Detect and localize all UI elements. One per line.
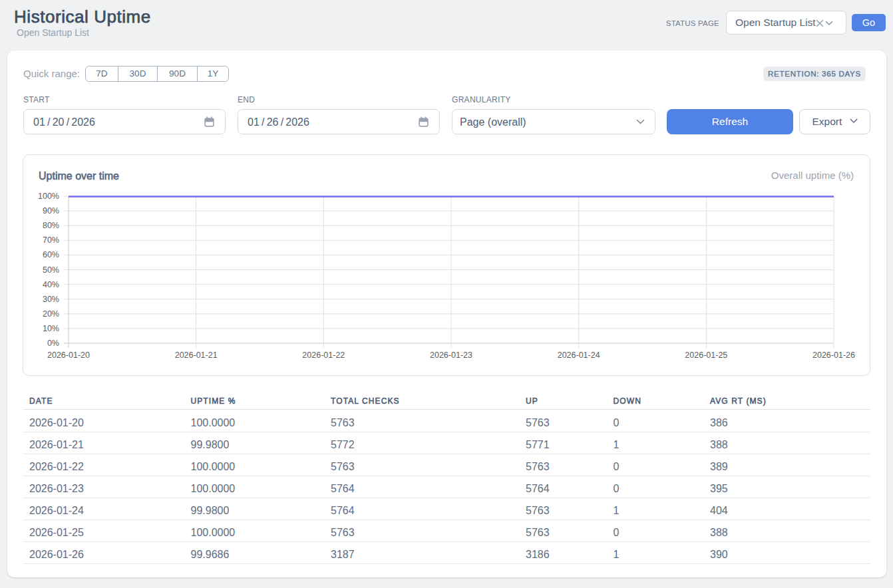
svg-text:40%: 40% (43, 280, 59, 289)
svg-text:2026-01-20: 2026-01-20 (47, 351, 90, 360)
svg-text:60%: 60% (43, 250, 59, 259)
svg-text:2026-01-24: 2026-01-24 (558, 351, 600, 360)
svg-text:10%: 10% (43, 324, 59, 333)
svg-text:70%: 70% (43, 235, 59, 245)
svg-text:2026-01-22: 2026-01-22 (302, 351, 345, 360)
svg-text:80%: 80% (43, 221, 59, 230)
svg-text:30%: 30% (43, 295, 59, 304)
svg-text:2026-01-25: 2026-01-25 (685, 351, 727, 360)
svg-text:100%: 100% (38, 192, 59, 201)
svg-text:2026-01-26: 2026-01-26 (812, 351, 855, 360)
svg-text:2026-01-21: 2026-01-21 (175, 351, 218, 360)
svg-text:90%: 90% (43, 206, 59, 216)
svg-text:20%: 20% (43, 309, 59, 319)
svg-text:50%: 50% (43, 265, 59, 275)
svg-text:0%: 0% (47, 339, 59, 348)
svg-text:2026-01-23: 2026-01-23 (430, 351, 472, 360)
